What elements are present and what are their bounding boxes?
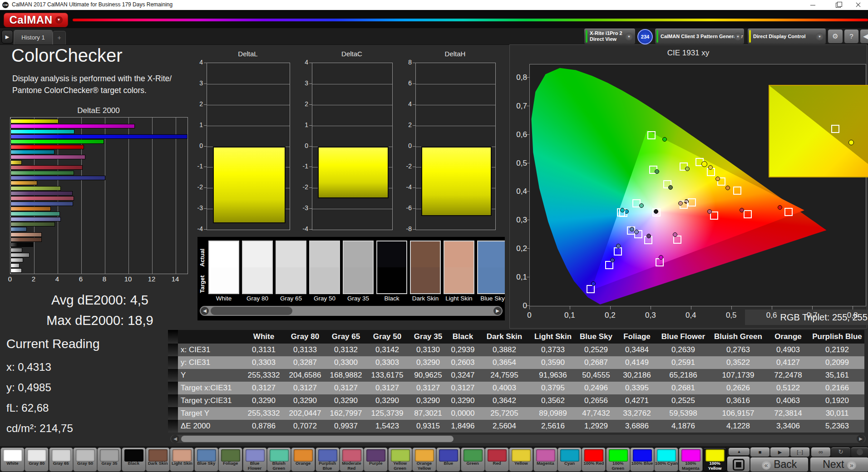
settings-button[interactable]: ⚙ [828,29,843,44]
table-cell: 0,3127 [326,382,366,394]
table-row-target-y-cie31: Target y:CIE310,32900,32900,32900,32900,… [168,394,864,407]
table-cell: 0,3395 [617,382,656,394]
table-scrollbar-thumb[interactable] [181,436,454,442]
table-cell: 0,3733 [531,344,575,356]
pattern-button-black[interactable]: Black [122,447,146,472]
cie-ytick [527,305,530,306]
pattern-label: Black [122,461,145,466]
pattern-button-100-green[interactable]: 100% Green [606,447,630,472]
deltae-bar-black [10,242,33,247]
table-cell: 72,3814 [766,407,810,420]
swatch-scroll-left-icon[interactable]: ◀ [201,307,209,315]
swatch-scrollbar-thumb[interactable] [211,307,292,315]
swatch-scrollbar[interactable]: ◀ ▶ [200,306,503,316]
cie-xtick [812,306,813,310]
swatch-scroll-right-icon[interactable]: ▶ [493,307,502,315]
pattern-button-dark-skin[interactable]: Dark Skin [146,447,170,472]
meter-dropdown-icon[interactable]: ▼ [625,33,633,40]
pattern-button-yellow-green[interactable]: Yellow Green [388,447,412,472]
cie-zoom-inset [769,85,868,177]
table-scrollbar[interactable]: ◀ ▶ [170,435,866,443]
collapse-panel-button[interactable]: ◀ [860,29,868,44]
deltae-bar-dark-skin [10,237,42,242]
calman-logo-menu[interactable]: CalMAN ▼ [4,13,68,27]
table-col-light-skin: Light Skin [531,330,575,344]
pattern-button-orange-yellow[interactable]: Orange Yellow [412,447,436,472]
pattern-button-100-blue[interactable]: 100% Blue [630,447,654,472]
pattern-button-purple[interactable]: Purple [364,447,388,472]
close-button[interactable] [848,0,868,10]
table-col-gray-35: Gray 35 [408,330,448,344]
display-dropdown-icon[interactable]: ▼ [816,33,824,40]
pattern-button-light-skin[interactable]: Light Skin [170,447,194,472]
pattern-button-100-red[interactable]: 100% Red [582,447,606,472]
pattern-button-100-cyan[interactable]: 100% Cyan [654,447,678,472]
pattern-button-100-yellow[interactable]: 100% Yellow [703,447,727,472]
pattern-button-100-magenta[interactable]: 100% Magenta [679,447,703,472]
single-measure-button[interactable]: [··] [790,447,810,457]
refresh-button[interactable]: ↻ [831,447,851,457]
help-button[interactable]: ? [844,29,859,44]
back-button[interactable]: « Back [750,457,809,472]
pattern-button-white[interactable]: White [0,447,25,472]
pattern-window-toggle-button[interactable] [727,456,750,472]
table-cell: 1,5423 [366,420,408,433]
minimize-button[interactable] [803,0,823,10]
meter-count-badge[interactable]: 234 [637,29,653,44]
restore-button[interactable] [828,0,848,10]
ytick-label: -4 [400,183,412,191]
pattern-label: Yellow [509,461,533,466]
pattern-button-orange[interactable]: Orange [291,447,315,472]
cie-xtick-label: 0,2 [601,311,619,320]
pattern-button-purplish-blue[interactable]: Purplish Blue [316,447,340,472]
row-label: y: CIE31 [178,356,243,369]
table-scroll-left-icon[interactable]: ◀ [171,435,179,443]
deltae-bar-100-green [10,139,104,144]
pattern-button-blue-sky[interactable]: Blue Sky [194,447,218,472]
help-icon: ? [849,32,853,40]
pattern-button-green[interactable]: Green [461,447,485,472]
continuous-measure-button[interactable]: ∞ [811,447,831,457]
deltae-bar-yellow [10,160,22,165]
extra-transport-button[interactable] [851,447,868,457]
pattern-button-cyan[interactable]: Cyan [557,447,582,472]
meter-button[interactable]: X-Rite i1Pro 2Direct View ▼ [584,28,636,44]
pattern-button-red[interactable]: Red [485,447,509,472]
cie-inset-measured-dot [848,140,854,145]
next-button[interactable]: Next » [810,457,868,472]
table-cell: 133,6175 [366,369,408,382]
pattern-button-blue[interactable]: Blue [436,447,460,472]
display-control-button[interactable]: Direct Display Control ▼ [747,28,826,44]
pattern-source-button[interactable]: CalMAN Client 3 Pattern Generator ▼ [655,28,745,44]
ytick-mark [309,84,312,84]
pattern-button-foliage[interactable]: Foliage [218,447,242,472]
table-cell: 5,2363 [810,420,864,433]
ytick-mark [413,167,415,167]
pattern-button-gray-35[interactable]: Gray 35 [97,447,121,472]
pattern-button-magenta[interactable]: Magenta [533,447,557,472]
pattern-button-gray-80[interactable]: Gray 80 [25,447,49,472]
pattern-button-yellow[interactable]: Yellow [509,447,533,472]
table-col-labels [178,330,243,344]
play-button[interactable]: ▶ [770,447,790,457]
pattern-button-gray-65[interactable]: Gray 65 [49,447,73,472]
cie-xtick-label: 0,8 [843,311,862,320]
swatch-actual [310,241,339,267]
table-scroll-right-icon[interactable]: ▶ [857,435,865,443]
add-tab-button[interactable]: + [53,31,66,44]
pattern-button-moderate-red[interactable]: Moderate Red [340,447,364,472]
deltae-gridline [105,118,105,274]
pattern-button-bluish-green[interactable]: Bluish Green [267,447,291,472]
table-cell: 87,3021 [408,407,448,420]
circle-icon [857,449,863,455]
tab-history-1[interactable]: History 1 [14,30,53,44]
table-cell: 0,2626 [710,382,766,394]
pattern-window-up-button[interactable]: ▲ [728,447,750,456]
stop-button[interactable]: ■ [750,447,770,457]
ytick-mark [413,146,415,147]
table-cell: 0,4063 [766,394,810,407]
source-dropdown-icon[interactable]: ▼ [734,33,742,40]
tab-scroll-button[interactable]: ▶ [1,30,13,44]
pattern-button-blue-flower[interactable]: Blue Flower [243,447,267,472]
pattern-button-gray-50[interactable]: Gray 50 [73,447,97,472]
